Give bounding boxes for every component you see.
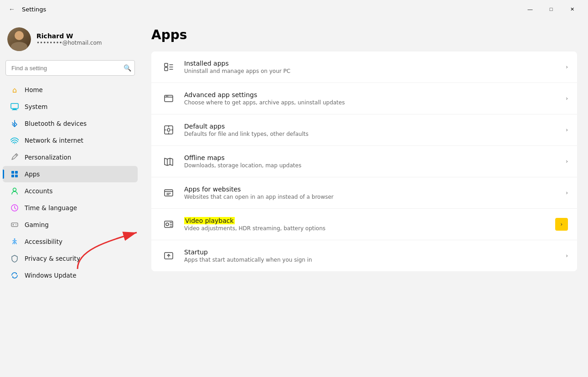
default-apps-icon <box>160 122 177 138</box>
installed-apps-desc: Uninstall and manage apps on your PC <box>184 68 558 74</box>
privacy-icon <box>10 254 19 263</box>
apps-settings-list: Installed apps Uninstall and manage apps… <box>151 52 577 271</box>
minimize-button[interactable]: — <box>520 2 541 16</box>
advanced-app-settings-arrow: › <box>566 95 568 102</box>
svg-point-8 <box>13 188 16 191</box>
time-icon <box>10 203 19 212</box>
home-icon: ⌂ <box>10 85 19 94</box>
offline-maps-desc: Downloads, storage location, map updates <box>184 162 558 169</box>
startup-text: Startup Apps that start automatically wh… <box>184 248 558 263</box>
sidebar-item-privacy[interactable]: Privacy & security <box>3 250 138 267</box>
maximize-button[interactable]: □ <box>541 2 562 16</box>
svg-rect-10 <box>11 223 18 227</box>
installed-apps-title: Installed apps <box>184 60 558 67</box>
sidebar: Richard W ••••••••@hotmail.com 🔍 ⌂ Home … <box>0 18 140 377</box>
startup-title: Startup <box>184 248 558 256</box>
advanced-app-settings-item[interactable]: Advanced app settings Choose where to ge… <box>151 83 577 114</box>
sidebar-item-gaming[interactable]: Gaming <box>3 217 138 233</box>
video-playback-item[interactable]: Video playback Video adjustments, HDR st… <box>151 209 577 240</box>
startup-item[interactable]: Startup Apps that start automatically wh… <box>151 240 577 271</box>
sidebar-label-personalization: Personalization <box>25 154 71 161</box>
sidebar-label-home: Home <box>25 86 43 93</box>
advanced-app-settings-text: Advanced app settings Choose where to ge… <box>184 91 558 106</box>
installed-apps-item[interactable]: Installed apps Uninstall and manage apps… <box>151 52 577 83</box>
video-playback-title: Video playback <box>184 217 548 224</box>
svg-rect-6 <box>11 175 14 177</box>
svg-point-17 <box>167 96 168 97</box>
apps-for-websites-text: Apps for websites Websites that can open… <box>184 186 558 200</box>
default-apps-title: Default apps <box>184 123 558 130</box>
startup-icon <box>160 248 177 264</box>
default-apps-item[interactable]: Default apps Defaults for file and link … <box>151 114 577 146</box>
svg-point-3 <box>14 143 15 144</box>
default-apps-text: Default apps Defaults for file and link … <box>184 123 558 137</box>
user-profile[interactable]: Richard W ••••••••@hotmail.com <box>0 22 140 60</box>
sidebar-item-system[interactable]: System <box>3 98 138 115</box>
svg-point-19 <box>167 129 170 131</box>
svg-rect-4 <box>11 171 14 174</box>
sidebar-label-accessibility: Accessibility <box>25 238 62 245</box>
personalization-icon <box>10 153 19 162</box>
default-apps-arrow: › <box>566 127 568 133</box>
advanced-app-settings-desc: Choose where to get apps, archive apps, … <box>184 99 558 106</box>
system-icon <box>10 102 19 111</box>
apps-for-websites-title: Apps for websites <box>184 186 558 193</box>
sidebar-label-system: System <box>25 103 47 110</box>
sidebar-item-accounts[interactable]: Accounts <box>3 183 138 199</box>
video-playback-desc: Video adjustments, HDR streaming, batter… <box>184 225 548 232</box>
sidebar-label-accounts: Accounts <box>25 187 53 195</box>
offline-maps-item[interactable]: Offline maps Downloads, storage location… <box>151 146 577 177</box>
offline-maps-arrow: › <box>566 158 568 165</box>
sidebar-item-time[interactable]: Time & language <box>3 200 138 216</box>
sidebar-item-network[interactable]: Network & internet <box>3 132 138 149</box>
svg-point-22 <box>166 223 169 226</box>
sidebar-item-bluetooth[interactable]: Bluetooth & devices <box>3 115 138 132</box>
accounts-icon <box>10 186 19 196</box>
network-icon <box>10 136 19 145</box>
sidebar-item-personalization[interactable]: Personalization <box>3 149 138 165</box>
svg-rect-5 <box>15 171 18 174</box>
titlebar: ← Settings — □ ✕ <box>0 0 588 18</box>
startup-arrow: › <box>566 253 568 259</box>
advanced-app-settings-icon <box>160 90 177 107</box>
installed-apps-text: Installed apps Uninstall and manage apps… <box>184 60 558 74</box>
apps-for-websites-item[interactable]: Apps for websites Websites that can open… <box>151 177 577 209</box>
sidebar-item-accessibility[interactable]: Accessibility <box>3 233 138 250</box>
sidebar-label-apps: Apps <box>25 170 40 178</box>
video-playback-text: Video playback Video adjustments, HDR st… <box>184 217 548 232</box>
accessibility-icon <box>10 237 19 246</box>
search-box: 🔍 <box>5 60 135 76</box>
svg-rect-7 <box>15 175 18 177</box>
sidebar-label-gaming: Gaming <box>25 221 49 228</box>
app-container: Richard W ••••••••@hotmail.com 🔍 ⌂ Home … <box>0 18 588 377</box>
svg-rect-13 <box>165 63 168 67</box>
svg-rect-14 <box>165 67 168 71</box>
sidebar-label-bluetooth: Bluetooth & devices <box>25 120 87 127</box>
apps-for-websites-arrow: › <box>566 190 568 196</box>
sidebar-item-home[interactable]: ⌂ Home <box>3 82 138 98</box>
installed-apps-icon <box>160 59 177 75</box>
sidebar-label-network: Network & internet <box>25 137 83 144</box>
back-button[interactable]: ← <box>5 3 18 15</box>
sidebar-item-update[interactable]: Windows Update <box>3 267 138 284</box>
startup-desc: Apps that start automatically when you s… <box>184 257 558 263</box>
bluetooth-icon <box>10 119 19 128</box>
gaming-icon <box>10 220 19 229</box>
avatar <box>7 27 31 51</box>
window-controls: — □ ✕ <box>520 2 583 16</box>
offline-maps-text: Offline maps Downloads, storage location… <box>184 154 558 169</box>
svg-point-12 <box>14 238 15 240</box>
apps-for-websites-desc: Websites that can open in an app instead… <box>184 194 558 200</box>
sidebar-label-update: Windows Update <box>25 272 76 279</box>
close-button[interactable]: ✕ <box>562 2 583 16</box>
apps-for-websites-icon <box>160 185 177 201</box>
user-info: Richard W ••••••••@hotmail.com <box>36 32 102 46</box>
svg-rect-15 <box>165 95 173 102</box>
default-apps-desc: Defaults for file and link types, other … <box>184 131 558 137</box>
sidebar-item-apps[interactable]: Apps <box>3 166 138 182</box>
sidebar-label-privacy: Privacy & security <box>25 255 80 262</box>
video-playback-icon <box>160 216 177 232</box>
offline-maps-title: Offline maps <box>184 154 558 161</box>
search-input[interactable] <box>5 60 135 76</box>
user-name: Richard W <box>36 32 102 40</box>
